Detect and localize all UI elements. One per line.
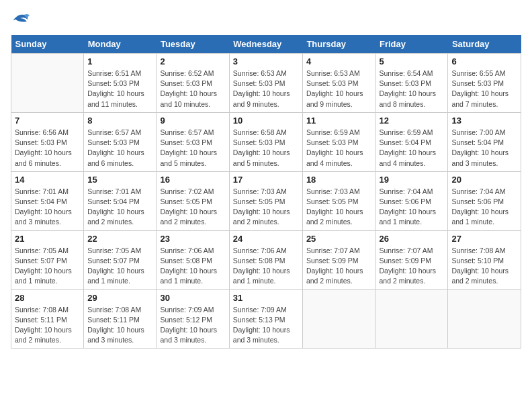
day-info: Sunrise: 7:08 AM Sunset: 5:10 PM Dayligh… <box>451 246 517 287</box>
day-info: Sunrise: 7:07 AM Sunset: 5:09 PM Dayligh… <box>306 246 372 287</box>
day-info: Sunrise: 7:06 AM Sunset: 5:08 PM Dayligh… <box>160 246 225 287</box>
logo <box>11 11 32 28</box>
day-info: Sunrise: 7:01 AM Sunset: 5:04 PM Dayligh… <box>15 187 80 228</box>
day-info: Sunrise: 6:55 AM Sunset: 5:03 PM Dayligh… <box>451 68 517 109</box>
day-number: 5 <box>379 56 444 66</box>
day-info: Sunrise: 7:03 AM Sunset: 5:05 PM Dayligh… <box>233 187 299 228</box>
logo-icon <box>11 11 30 28</box>
calendar-week-row: 14Sunrise: 7:01 AM Sunset: 5:04 PM Dayli… <box>11 171 521 230</box>
day-info: Sunrise: 7:04 AM Sunset: 5:06 PM Dayligh… <box>451 187 517 228</box>
calendar-cell: 13Sunrise: 7:00 AM Sunset: 5:04 PM Dayli… <box>448 112 521 171</box>
calendar-cell: 16Sunrise: 7:02 AM Sunset: 5:05 PM Dayli… <box>157 171 229 230</box>
day-info: Sunrise: 6:58 AM Sunset: 5:03 PM Dayligh… <box>233 128 299 169</box>
day-number: 3 <box>233 56 299 66</box>
calendar-cell <box>11 54 84 113</box>
day-info: Sunrise: 6:54 AM Sunset: 5:03 PM Dayligh… <box>379 68 444 109</box>
day-info: Sunrise: 6:53 AM Sunset: 5:03 PM Dayligh… <box>306 68 372 109</box>
day-number: 4 <box>306 56 372 66</box>
day-number: 2 <box>160 56 225 66</box>
calendar-cell: 21Sunrise: 7:05 AM Sunset: 5:07 PM Dayli… <box>11 230 84 289</box>
calendar-cell: 19Sunrise: 7:04 AM Sunset: 5:06 PM Dayli… <box>375 171 448 230</box>
day-number: 28 <box>15 293 80 303</box>
day-info: Sunrise: 7:08 AM Sunset: 5:11 PM Dayligh… <box>15 305 80 346</box>
day-number: 24 <box>233 234 299 244</box>
calendar-header-tuesday: Tuesday <box>157 35 229 54</box>
day-number: 31 <box>233 293 299 303</box>
calendar-table: SundayMondayTuesdayWednesdayThursdayFrid… <box>11 35 521 349</box>
day-number: 22 <box>87 234 152 244</box>
calendar-cell: 12Sunrise: 6:59 AM Sunset: 5:04 PM Dayli… <box>375 112 448 171</box>
day-info: Sunrise: 7:09 AM Sunset: 5:13 PM Dayligh… <box>233 305 299 346</box>
day-info: Sunrise: 7:04 AM Sunset: 5:06 PM Dayligh… <box>379 187 444 228</box>
day-number: 16 <box>160 175 225 185</box>
day-number: 12 <box>379 116 444 126</box>
day-info: Sunrise: 7:06 AM Sunset: 5:08 PM Dayligh… <box>233 246 299 287</box>
calendar-week-row: 7Sunrise: 6:56 AM Sunset: 5:03 PM Daylig… <box>11 112 521 171</box>
calendar-cell: 11Sunrise: 6:59 AM Sunset: 5:03 PM Dayli… <box>302 112 375 171</box>
calendar-cell: 10Sunrise: 6:58 AM Sunset: 5:03 PM Dayli… <box>229 112 302 171</box>
calendar-cell: 20Sunrise: 7:04 AM Sunset: 5:06 PM Dayli… <box>448 171 521 230</box>
day-number: 18 <box>306 175 372 185</box>
day-info: Sunrise: 7:08 AM Sunset: 5:11 PM Dayligh… <box>87 305 152 346</box>
calendar-cell: 18Sunrise: 7:03 AM Sunset: 5:05 PM Dayli… <box>302 171 375 230</box>
calendar-cell: 23Sunrise: 7:06 AM Sunset: 5:08 PM Dayli… <box>157 230 229 289</box>
calendar-cell: 5Sunrise: 6:54 AM Sunset: 5:03 PM Daylig… <box>375 54 448 113</box>
day-number: 15 <box>87 175 152 185</box>
day-number: 20 <box>451 175 517 185</box>
day-info: Sunrise: 6:57 AM Sunset: 5:03 PM Dayligh… <box>160 128 225 169</box>
calendar-week-row: 28Sunrise: 7:08 AM Sunset: 5:11 PM Dayli… <box>11 289 521 349</box>
day-info: Sunrise: 7:05 AM Sunset: 5:07 PM Dayligh… <box>15 246 80 287</box>
calendar-cell: 29Sunrise: 7:08 AM Sunset: 5:11 PM Dayli… <box>84 289 157 349</box>
calendar-cell: 26Sunrise: 7:07 AM Sunset: 5:09 PM Dayli… <box>375 230 448 289</box>
calendar-cell: 3Sunrise: 6:53 AM Sunset: 5:03 PM Daylig… <box>229 54 302 113</box>
day-number: 21 <box>15 234 80 244</box>
calendar-header-sunday: Sunday <box>11 35 84 54</box>
day-info: Sunrise: 6:57 AM Sunset: 5:03 PM Dayligh… <box>87 128 152 169</box>
day-info: Sunrise: 6:53 AM Sunset: 5:03 PM Dayligh… <box>233 68 299 109</box>
day-number: 7 <box>15 116 80 126</box>
day-number: 13 <box>451 116 517 126</box>
calendar-cell: 7Sunrise: 6:56 AM Sunset: 5:03 PM Daylig… <box>11 112 84 171</box>
day-info: Sunrise: 6:51 AM Sunset: 5:03 PM Dayligh… <box>87 68 152 109</box>
day-number: 9 <box>160 116 225 126</box>
day-info: Sunrise: 7:07 AM Sunset: 5:09 PM Dayligh… <box>379 246 444 287</box>
day-info: Sunrise: 7:09 AM Sunset: 5:12 PM Dayligh… <box>160 305 225 346</box>
day-number: 17 <box>233 175 299 185</box>
day-number: 6 <box>451 56 517 66</box>
calendar-cell: 30Sunrise: 7:09 AM Sunset: 5:12 PM Dayli… <box>157 289 229 349</box>
day-info: Sunrise: 6:52 AM Sunset: 5:03 PM Dayligh… <box>160 68 225 109</box>
calendar-cell: 28Sunrise: 7:08 AM Sunset: 5:11 PM Dayli… <box>11 289 84 349</box>
day-number: 19 <box>379 175 444 185</box>
day-info: Sunrise: 7:01 AM Sunset: 5:04 PM Dayligh… <box>87 187 152 228</box>
calendar-week-row: 1Sunrise: 6:51 AM Sunset: 5:03 PM Daylig… <box>11 54 521 113</box>
calendar-cell: 6Sunrise: 6:55 AM Sunset: 5:03 PM Daylig… <box>448 54 521 113</box>
calendar-cell: 31Sunrise: 7:09 AM Sunset: 5:13 PM Dayli… <box>229 289 302 349</box>
calendar-cell: 24Sunrise: 7:06 AM Sunset: 5:08 PM Dayli… <box>229 230 302 289</box>
calendar-cell: 25Sunrise: 7:07 AM Sunset: 5:09 PM Dayli… <box>302 230 375 289</box>
calendar-cell: 17Sunrise: 7:03 AM Sunset: 5:05 PM Dayli… <box>229 171 302 230</box>
day-info: Sunrise: 6:59 AM Sunset: 5:04 PM Dayligh… <box>379 128 444 169</box>
calendar-header-wednesday: Wednesday <box>229 35 302 54</box>
calendar-header-row: SundayMondayTuesdayWednesdayThursdayFrid… <box>11 35 521 54</box>
day-info: Sunrise: 7:00 AM Sunset: 5:04 PM Dayligh… <box>451 128 517 169</box>
day-number: 10 <box>233 116 299 126</box>
calendar-header-thursday: Thursday <box>302 35 375 54</box>
calendar-cell: 8Sunrise: 6:57 AM Sunset: 5:03 PM Daylig… <box>84 112 157 171</box>
calendar-cell <box>375 289 448 349</box>
day-info: Sunrise: 6:59 AM Sunset: 5:03 PM Dayligh… <box>306 128 372 169</box>
day-number: 26 <box>379 234 444 244</box>
day-number: 25 <box>306 234 372 244</box>
calendar-header-saturday: Saturday <box>448 35 521 54</box>
calendar-week-row: 21Sunrise: 7:05 AM Sunset: 5:07 PM Dayli… <box>11 230 521 289</box>
day-info: Sunrise: 7:02 AM Sunset: 5:05 PM Dayligh… <box>160 187 225 228</box>
calendar-cell: 4Sunrise: 6:53 AM Sunset: 5:03 PM Daylig… <box>302 54 375 113</box>
calendar-cell: 27Sunrise: 7:08 AM Sunset: 5:10 PM Dayli… <box>448 230 521 289</box>
day-info: Sunrise: 6:56 AM Sunset: 5:03 PM Dayligh… <box>15 128 80 169</box>
day-number: 23 <box>160 234 225 244</box>
day-number: 30 <box>160 293 225 303</box>
day-number: 14 <box>15 175 80 185</box>
calendar-cell <box>302 289 375 349</box>
day-number: 11 <box>306 116 372 126</box>
calendar-cell: 14Sunrise: 7:01 AM Sunset: 5:04 PM Dayli… <box>11 171 84 230</box>
calendar-cell: 1Sunrise: 6:51 AM Sunset: 5:03 PM Daylig… <box>84 54 157 113</box>
